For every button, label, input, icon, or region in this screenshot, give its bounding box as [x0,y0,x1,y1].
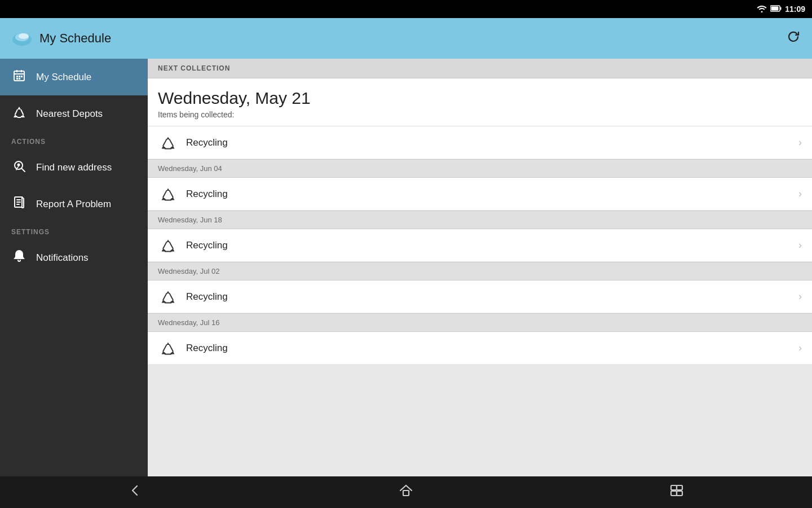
schedule-date-header-4: Wednesday, Jul 16 [148,313,812,332]
refresh-button[interactable] [786,29,801,47]
schedule-item-label-3: Recycling [186,291,798,303]
recycle-nav-icon [11,106,27,122]
wifi-icon [757,5,767,14]
schedule-item-label-1: Recycling [186,189,798,200]
recycle-icon-2 [158,235,178,256]
schedule-date-header-3: Wednesday, Jul 02 [148,262,812,281]
schedule-row-2[interactable]: Recycling › [148,229,812,262]
svg-point-5 [19,33,29,39]
sidebar-item-report-problem[interactable]: Report A Problem [0,186,148,222]
main-layout: My Schedule Nearest Depots ACTIONS [0,59,812,476]
next-collection-header: NEXT COLLECTION [148,59,812,78]
chevron-right-icon-3: › [798,291,802,303]
calendar-icon [11,69,27,86]
svg-rect-11 [19,76,20,77]
chevron-right-icon-1: › [798,188,802,200]
sidebar-item-nearest-depots[interactable]: Nearest Depots [0,95,148,132]
bottom-nav [0,476,812,508]
sidebar-item-my-schedule[interactable]: My Schedule [0,59,148,95]
document-icon [11,196,27,213]
schedule-date-header-2: Wednesday, Jun 18 [148,211,812,229]
app-logo [11,28,33,49]
svg-rect-25 [671,491,677,496]
status-icons: 11:09 [757,5,805,14]
svg-rect-23 [671,485,677,490]
sidebar-label-my-schedule: My Schedule [36,72,91,83]
next-collection-block: Wednesday, May 21 Items being collected: [148,78,812,126]
content-area: NEXT COLLECTION Wednesday, May 21 Items … [148,59,812,476]
next-collection-subtitle: Items being collected: [158,110,802,119]
svg-rect-26 [677,491,682,496]
bell-icon [11,249,27,266]
back-button[interactable] [105,478,166,506]
search-location-icon [11,159,27,176]
sidebar-item-find-new-address[interactable]: Find new address [0,149,148,186]
schedule-row-1[interactable]: Recycling › [148,178,812,211]
app-bar: My Schedule [0,18,812,59]
sidebar-label-nearest-depots: Nearest Depots [36,108,103,120]
svg-rect-22 [403,491,409,496]
home-button[interactable] [376,478,436,506]
schedule-item-label-4: Recycling [186,343,798,354]
recycle-icon-1 [158,184,178,204]
sidebar-section-actions: ACTIONS [0,132,148,149]
svg-rect-24 [677,485,682,490]
svg-rect-13 [16,78,18,80]
schedule-row-4[interactable]: Recycling › [148,332,812,365]
app-bar-title: My Schedule [39,31,111,46]
recycle-icon-0 [158,133,178,153]
next-collection-date: Wednesday, May 21 [158,89,802,108]
schedule-row-0[interactable]: Recycling › [148,126,812,159]
chevron-right-icon-4: › [798,342,802,354]
svg-rect-2 [771,6,779,10]
recycle-icon-3 [158,287,178,307]
chevron-right-icon-2: › [798,239,802,251]
status-bar: 11:09 [0,0,812,18]
schedule-item-label-2: Recycling [186,240,798,251]
sidebar-section-settings: SETTINGS [0,222,148,239]
app-bar-left: My Schedule [11,28,111,49]
svg-rect-12 [21,76,23,77]
sidebar: My Schedule Nearest Depots ACTIONS [0,59,148,476]
recycle-icon-4 [158,338,178,358]
svg-rect-14 [19,78,20,80]
sidebar-item-notifications[interactable]: Notifications [0,239,148,276]
recents-button[interactable] [646,478,707,506]
svg-rect-10 [16,76,18,77]
sidebar-label-report-problem: Report A Problem [36,199,111,210]
schedule-date-header-1: Wednesday, Jun 04 [148,159,812,178]
svg-line-16 [22,168,25,172]
svg-rect-1 [780,7,782,10]
chevron-right-icon-0: › [798,137,802,148]
status-time: 11:09 [785,5,805,14]
svg-point-17 [17,163,20,166]
schedule-item-label-0: Recycling [186,137,798,148]
schedule-row-3[interactable]: Recycling › [148,281,812,313]
sidebar-label-notifications: Notifications [36,252,89,264]
battery-icon [770,5,782,14]
sidebar-label-find-address: Find new address [36,162,112,173]
